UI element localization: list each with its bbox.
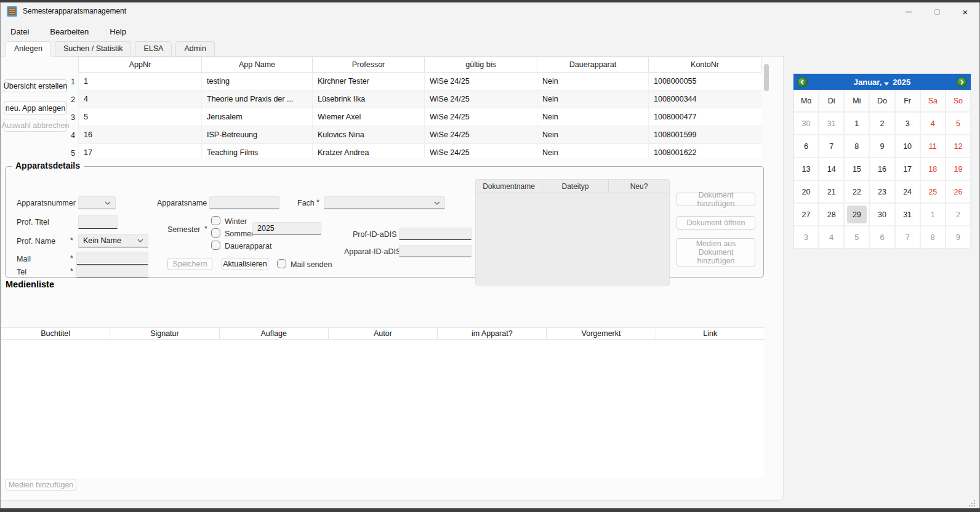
menu-item-bearbeiten[interactable]: Bearbeiten [44, 25, 95, 39]
calendar-day[interactable]: 23 [869, 180, 894, 203]
semester-year-field[interactable]: 2025 [252, 222, 321, 234]
media-column-header-2[interactable]: Auflage [220, 328, 329, 339]
calendar-day[interactable]: 30 [793, 112, 819, 135]
calendar-day[interactable]: 19 [946, 158, 971, 180]
fach-combobox[interactable] [324, 196, 445, 209]
apps-table-scrollbar[interactable] [764, 64, 769, 155]
table-row[interactable]: 35JerusalemWiemer AxelWiSe 24/25Nein1008… [68, 108, 761, 126]
calendar-day[interactable]: 3 [895, 112, 920, 135]
calendar-day[interactable]: 2 [869, 112, 894, 135]
doc-column-header-2[interactable]: Neu? [609, 180, 669, 193]
calendar-day[interactable]: 5 [844, 226, 869, 249]
semester-radio-sommer[interactable] [211, 228, 220, 238]
calendar-day[interactable]: 14 [819, 158, 844, 180]
calendar-day[interactable]: 10 [895, 135, 920, 158]
calendar-day[interactable]: 3 [793, 226, 819, 249]
media-column-header-0[interactable]: Buchtitel [1, 328, 110, 339]
calendar-day[interactable]: 28 [819, 203, 844, 226]
media-column-header-4[interactable]: im Apparat? [438, 328, 547, 339]
calendar-next-button[interactable] [957, 77, 967, 87]
apparatsname-field[interactable] [209, 196, 279, 209]
tel-field[interactable] [76, 265, 148, 278]
doc-column-header-1[interactable]: Dateityp [542, 180, 609, 193]
sidebar-button-1[interactable]: Übersicht erstellen [4, 79, 67, 92]
calendar-prev-button[interactable] [797, 77, 808, 87]
table-row[interactable]: 416ISP-BetreuungKulovics NinaWiSe 24/25N… [68, 126, 761, 144]
mail-senden-checkbox[interactable] [277, 259, 286, 268]
sidebar-button-3[interactable]: Auswahl abbrechen [4, 119, 67, 132]
table-row[interactable]: 11testingKirchner TesterWiSe 24/25Nein10… [68, 73, 761, 90]
calendar-day[interactable]: 31 [895, 203, 920, 226]
calendar-day[interactable]: 7 [895, 226, 920, 249]
calendar-day[interactable]: 6 [793, 135, 819, 158]
sidebar-button-2[interactable]: neu. App anlegen [4, 102, 67, 114]
prof-titel-field[interactable] [78, 215, 118, 229]
calendar-day[interactable]: 21 [819, 180, 844, 203]
tab-anlegen[interactable]: Anlegen [6, 41, 51, 57]
apparat-id-adis-field[interactable] [399, 245, 472, 257]
prof-name-combobox[interactable]: Kein Name [78, 234, 148, 247]
media-column-header-6[interactable]: Link [656, 328, 765, 339]
doc-button-3[interactable]: Medien aus Dokument hinzufügen [677, 238, 755, 266]
calendar-day[interactable]: 8 [920, 226, 946, 249]
menu-item-help[interactable]: Help [103, 25, 132, 39]
calendar-day[interactable]: 27 [793, 203, 819, 226]
calendar-day[interactable]: 22 [844, 180, 869, 203]
mail-field[interactable] [76, 252, 148, 265]
tab-suchen-statistik[interactable]: Suchen / Statistik [55, 41, 132, 57]
medien-hinzufuegen-button[interactable]: Medien hinzufügen [6, 479, 76, 490]
menu-item-datei[interactable]: Datei [4, 25, 35, 39]
doc-button-1[interactable]: Dokument hinzufügen [677, 193, 755, 206]
aktualisieren-button[interactable]: Aktualisieren [222, 258, 268, 270]
calendar-day[interactable]: 30 [869, 203, 894, 226]
media-column-header-5[interactable]: Vorgemerkt [547, 328, 656, 339]
calendar-day[interactable]: 2 [946, 203, 971, 226]
media-column-header-3[interactable]: Autor [329, 328, 438, 339]
calendar-month-year[interactable]: Januar, 2025 [854, 78, 910, 87]
tab-admin[interactable]: Admin [175, 41, 214, 57]
calendar-day[interactable]: 18 [920, 158, 946, 180]
minimize-button[interactable] [894, 2, 923, 21]
calendar-day[interactable]: 26 [946, 180, 971, 203]
column-header-1[interactable]: App Name [201, 57, 312, 73]
table-row[interactable]: 24Theorie und Praxis der ...Lüsebrink Il… [68, 90, 761, 108]
scrollbar-thumb[interactable] [764, 64, 769, 91]
table-row[interactable]: 517Teaching FilmsKratzer AndreaWiSe 24/2… [68, 144, 761, 158]
calendar-day[interactable]: 6 [869, 226, 894, 249]
apparatsnummer-combobox[interactable] [78, 196, 116, 209]
maximize-button[interactable] [923, 2, 951, 21]
calendar-day[interactable]: 17 [895, 158, 920, 180]
semester-radio-dauerapparat[interactable] [211, 241, 220, 250]
doc-button-2[interactable]: Dokument öffnen [677, 216, 755, 230]
calendar-day[interactable]: 15 [844, 158, 869, 180]
calendar-day[interactable]: 9 [946, 226, 971, 249]
calendar-day[interactable]: 4 [819, 226, 844, 249]
calendar-day[interactable]: 24 [895, 180, 920, 203]
calendar-day[interactable]: 8 [844, 135, 869, 158]
tab-elsa[interactable]: ELSA [135, 41, 172, 57]
semester-radio-winter[interactable] [211, 216, 220, 225]
column-header-3[interactable]: gültig bis [424, 57, 537, 73]
calendar-day[interactable]: 20 [793, 180, 819, 203]
prof-id-adis-field[interactable] [399, 228, 472, 240]
calendar-day[interactable]: 11 [920, 135, 946, 158]
column-header-2[interactable]: Professor [312, 57, 424, 73]
calendar-day[interactable]: 16 [869, 158, 894, 180]
media-column-header-1[interactable]: Signatur [110, 328, 219, 339]
calendar-day[interactable]: 5 [946, 112, 971, 135]
resize-grip[interactable] [969, 500, 975, 506]
doc-column-header-0[interactable]: Dokumentname [476, 180, 542, 193]
calendar-day[interactable]: 31 [819, 112, 844, 135]
calendar-day[interactable]: 29 [844, 203, 869, 226]
calendar-day[interactable]: 9 [869, 135, 894, 158]
calendar-day[interactable]: 7 [819, 135, 844, 158]
calendar-day[interactable]: 1 [920, 203, 946, 226]
calendar-day[interactable]: 25 [920, 180, 946, 203]
calendar-day[interactable]: 13 [793, 158, 819, 180]
column-header-0[interactable]: AppNr [78, 57, 201, 73]
speichern-button[interactable]: Speichern [167, 258, 212, 270]
column-header-4[interactable]: Dauerapparat [537, 57, 648, 73]
calendar-day[interactable]: 12 [946, 135, 971, 158]
calendar-day[interactable]: 1 [844, 112, 869, 135]
close-button[interactable]: × [951, 2, 979, 21]
